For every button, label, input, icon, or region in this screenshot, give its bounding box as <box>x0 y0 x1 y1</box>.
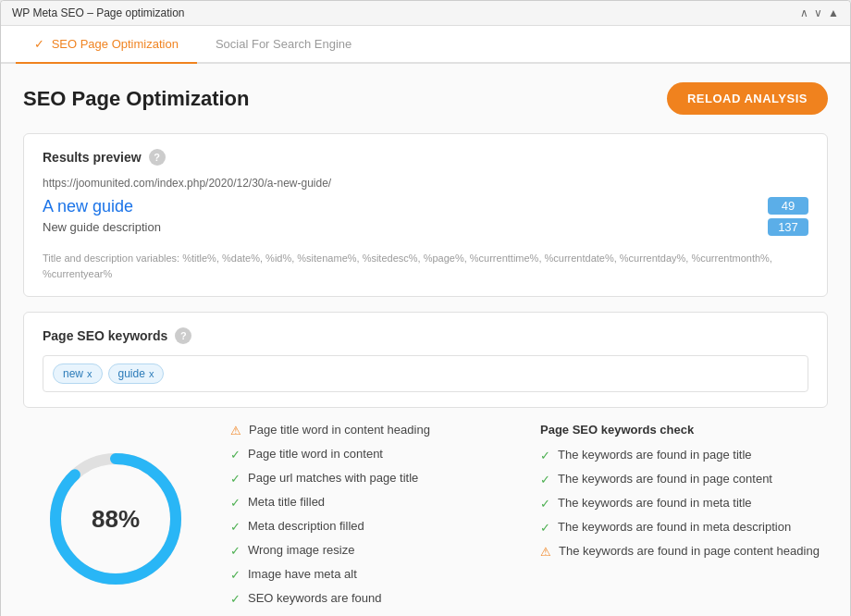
tab-seo[interactable]: ✓ SEO Page Optimization <box>16 26 197 62</box>
kw-check-icon-4: ⚠ <box>540 545 551 559</box>
check-icon-2: ✓ <box>230 472 240 486</box>
check-icon-5: ✓ <box>230 544 240 558</box>
tab-check-icon: ✓ <box>34 37 44 51</box>
keywords-header: Page SEO keywords ? <box>43 327 808 344</box>
check-icon-7: ✓ <box>230 592 240 606</box>
seo-checks-column: ⚠ Page title word in content heading ✓ P… <box>230 423 518 615</box>
keyword-tag-new: new x <box>53 363 103 384</box>
main-window: WP Meta SEO – Page optimization ∧ ∨ ▲ ✓ … <box>0 0 851 616</box>
check-item-7: ✓ SEO keywords are found <box>230 591 518 606</box>
check-text-6: Image have meta alt <box>248 567 357 581</box>
check-text-0: Page title word in content heading <box>249 423 430 437</box>
check-text-1: Page title word in content <box>248 447 383 461</box>
check-item-2: ✓ Page url matches with page title <box>230 471 518 486</box>
keyword-tag-guide-remove[interactable]: x <box>149 368 154 379</box>
kw-check-item-1: ✓ The keywords are found in page content <box>540 472 828 487</box>
keywords-checks-title: Page SEO keywords check <box>540 423 828 437</box>
check-text-3: Meta title filled <box>248 495 325 509</box>
preview-title-text: A new guide <box>43 197 133 216</box>
keywords-help-icon[interactable]: ? <box>175 327 191 344</box>
kw-check-text-3: The keywords are found in meta descripti… <box>558 520 791 534</box>
preview-description-text: New guide description <box>43 220 161 234</box>
check-text-7: SEO keywords are found <box>248 591 382 605</box>
checks-area: ⚠ Page title word in content heading ✓ P… <box>230 423 828 615</box>
check-icon-6: ✓ <box>230 568 240 582</box>
check-icon-4: ✓ <box>230 520 240 534</box>
results-preview-help-icon[interactable]: ? <box>149 149 166 166</box>
title-count-badge: 49 <box>768 197 808 215</box>
check-icon-3: ✓ <box>230 496 240 510</box>
minimize-icon[interactable]: ∧ <box>800 6 808 19</box>
check-item-6: ✓ Image have meta alt <box>230 567 518 582</box>
kw-check-text-0: The keywords are found in page title <box>558 448 752 462</box>
check-item-3: ✓ Meta title filled <box>230 495 518 510</box>
maximize-icon[interactable]: ∨ <box>814 6 822 19</box>
kw-check-item-4: ⚠ The keywords are found in page content… <box>540 544 828 559</box>
results-preview-section: Results preview ? https://joomunited.com… <box>23 133 828 297</box>
keyword-tag-guide: guide x <box>108 363 165 384</box>
title-bar: WP Meta SEO – Page optimization ∧ ∨ ▲ <box>1 1 850 26</box>
title-bar-controls: ∧ ∨ ▲ <box>800 6 839 19</box>
check-item-4: ✓ Meta description filled <box>230 519 518 534</box>
check-item-5: ✓ Wrong image resize <box>230 543 518 558</box>
keyword-tag-new-remove[interactable]: x <box>87 368 92 379</box>
score-circle: 88% <box>42 445 190 593</box>
variables-text: Title and description variables: %title%… <box>43 251 808 281</box>
keywords-checks-column: Page SEO keywords check ✓ The keywords a… <box>540 423 828 615</box>
kw-check-icon-1: ✓ <box>540 473 550 487</box>
keywords-input-area[interactable]: new x guide x <box>43 355 808 392</box>
kw-check-text-2: The keywords are found in meta title <box>558 496 752 510</box>
kw-check-item-0: ✓ The keywords are found in page title <box>540 448 828 462</box>
kw-check-icon-3: ✓ <box>540 521 550 535</box>
kw-check-icon-0: ✓ <box>540 449 550 462</box>
close-icon[interactable]: ▲ <box>828 6 839 19</box>
analysis-section: 88% ⚠ Page title word in content heading… <box>23 423 828 615</box>
window-title: WP Meta SEO – Page optimization <box>12 6 185 19</box>
results-preview-header: Results preview ? <box>43 149 808 166</box>
check-text-2: Page url matches with page title <box>248 471 418 485</box>
check-text-5: Wrong image resize <box>248 543 354 557</box>
preview-title-row: A new guide <box>43 197 161 216</box>
reload-analysis-button[interactable]: RELOAD ANALYSIS <box>667 82 828 115</box>
desc-count-badge: 137 <box>768 218 808 236</box>
preview-badges: 49 137 <box>768 197 808 236</box>
keyword-tag-guide-label: guide <box>118 367 145 380</box>
check-item-0: ⚠ Page title word in content heading <box>230 423 518 437</box>
check-icon-0: ⚠ <box>230 424 241 437</box>
tab-bar: ✓ SEO Page Optimization Social For Searc… <box>1 26 850 64</box>
kw-check-item-2: ✓ The keywords are found in meta title <box>540 496 828 511</box>
tab-social[interactable]: Social For Search Engine <box>197 26 370 62</box>
preview-url: https://joomunited.com/index.php/2020/12… <box>43 177 808 190</box>
kw-check-text-4: The keywords are found in page content h… <box>559 544 820 558</box>
score-circle-container: 88% <box>23 423 208 615</box>
preview-description-row: New guide description <box>43 220 161 234</box>
kw-check-icon-2: ✓ <box>540 497 550 511</box>
page-header: SEO Page Optimization RELOAD ANALYSIS <box>23 82 828 115</box>
content-area: SEO Page Optimization RELOAD ANALYSIS Re… <box>1 64 850 616</box>
keywords-section: Page SEO keywords ? new x guide x <box>23 312 828 408</box>
results-preview-title: Results preview <box>43 150 142 165</box>
page-title: SEO Page Optimization <box>23 87 249 111</box>
check-icon-1: ✓ <box>230 448 240 462</box>
kw-check-text-1: The keywords are found in page content <box>558 472 772 486</box>
kw-check-item-3: ✓ The keywords are found in meta descrip… <box>540 520 828 535</box>
check-text-4: Meta description filled <box>248 519 364 533</box>
keyword-tag-new-label: new <box>63 367 83 380</box>
score-text: 88% <box>92 505 140 534</box>
keywords-title: Page SEO keywords <box>43 328 167 343</box>
check-item-1: ✓ Page title word in content <box>230 447 518 462</box>
